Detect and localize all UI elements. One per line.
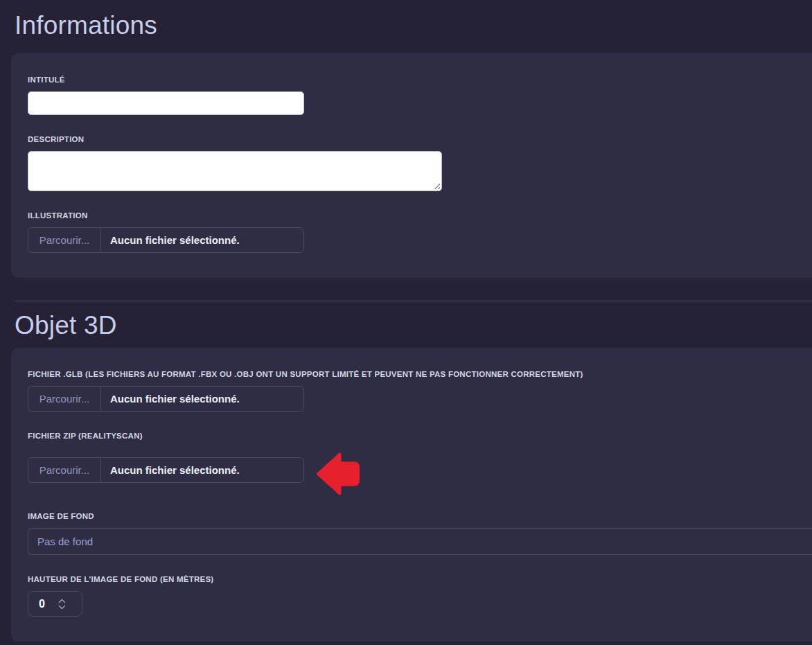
illustration-file-status: Aucun fichier sélectionné. (101, 228, 240, 252)
illustration-file-input[interactable]: Parcourir... Aucun fichier sélectionné. (28, 227, 304, 253)
fichier-glb-label: FICHIER .GLB (LES FICHIERS AU FORMAT .FB… (28, 369, 812, 379)
hauteur-field: HAUTEUR DE L'IMAGE DE FOND (EN MÈTRES) (28, 574, 812, 617)
description-field: DESCRIPTION (28, 134, 812, 191)
illustration-browse-button[interactable]: Parcourir... (28, 228, 101, 252)
hauteur-value-input[interactable] (28, 598, 55, 610)
red-arrow-left-icon (316, 452, 360, 496)
section-objet-3d: Objet 3D FICHIER .GLB (LES FICHIERS AU F… (0, 301, 812, 642)
section-informations: Informations INTITULÉ DESCRIPTION ILLUST… (0, 0, 812, 278)
illustration-field: ILLUSTRATION Parcourir... Aucun fichier … (28, 211, 812, 253)
intitule-field: INTITULÉ (28, 75, 812, 115)
fichier-glb-field: FICHIER .GLB (LES FICHIERS AU FORMAT .FB… (28, 369, 812, 412)
chevron-up-icon[interactable] (58, 599, 66, 603)
hauteur-spinner (58, 599, 66, 610)
intitule-label: INTITULÉ (28, 75, 812, 85)
fichier-zip-file-status: Aucun fichier sélectionné. (101, 458, 240, 482)
description-textarea-wrap (28, 151, 442, 191)
objet-3d-title: Objet 3D (0, 301, 812, 342)
image-de-fond-label: IMAGE DE FOND (28, 511, 812, 521)
fichier-zip-label: FICHIER ZIP (REALITYSCAN) (28, 431, 812, 441)
chevron-down-icon[interactable] (58, 605, 66, 610)
form-page: Informations INTITULÉ DESCRIPTION ILLUST… (0, 0, 812, 642)
objet-3d-card: FICHIER .GLB (LES FICHIERS AU FORMAT .FB… (11, 348, 812, 642)
fichier-zip-file-input[interactable]: Parcourir... Aucun fichier sélectionné. (28, 457, 304, 483)
fichier-glb-browse-button[interactable]: Parcourir... (28, 387, 101, 411)
intitule-input[interactable] (28, 91, 304, 115)
hauteur-number-input[interactable] (28, 591, 82, 617)
image-de-fond-select[interactable]: Pas de fond (28, 528, 812, 555)
fichier-glb-file-status: Aucun fichier sélectionné. (101, 387, 240, 411)
fichier-zip-field: FICHIER ZIP (REALITYSCAN) Parcourir... A… (28, 431, 812, 492)
description-label: DESCRIPTION (28, 134, 812, 144)
image-de-fond-field: IMAGE DE FOND Pas de fond (28, 511, 812, 555)
fichier-zip-row: Parcourir... Aucun fichier sélectionné. (28, 448, 812, 492)
informations-card: INTITULÉ DESCRIPTION ILLUSTRATION Parcou… (11, 53, 812, 278)
informations-title: Informations (0, 0, 812, 42)
hauteur-label: HAUTEUR DE L'IMAGE DE FOND (EN MÈTRES) (28, 574, 812, 584)
description-textarea[interactable] (28, 151, 442, 191)
fichier-zip-browse-button[interactable]: Parcourir... (28, 458, 101, 482)
fichier-glb-file-input[interactable]: Parcourir... Aucun fichier sélectionné. (28, 386, 304, 412)
illustration-label: ILLUSTRATION (28, 211, 812, 220)
